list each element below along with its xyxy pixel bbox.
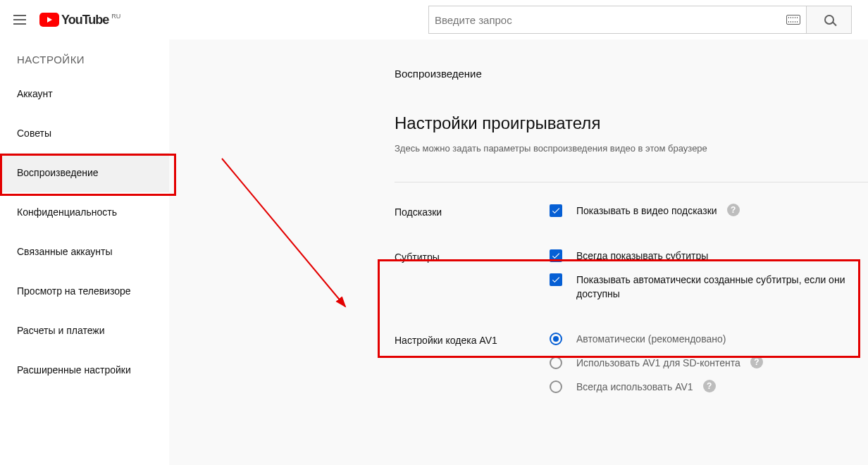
av1-always-text: Всегда использовать AV1	[576, 380, 693, 394]
subtitles-label: Субтитры	[395, 249, 550, 311]
subtitles-auto-checkbox[interactable]	[550, 273, 562, 286]
search-box	[428, 6, 806, 34]
hints-label: Подсказки	[395, 204, 550, 228]
help-icon[interactable]: ?	[727, 204, 740, 216]
divider	[395, 182, 868, 182]
subtitles-auto-text: Показывать автоматически созданные субти…	[576, 273, 851, 301]
sidebar-item-label: Аккаунт	[17, 88, 53, 99]
sidebar-item-playback[interactable]: Воспроизведение	[0, 153, 169, 192]
sidebar-item-label: Расчеты и платежи	[17, 325, 105, 336]
search-icon	[824, 15, 834, 25]
av1-auto-text: Автоматически (рекомендовано)	[576, 332, 726, 346]
menu-icon[interactable]	[11, 11, 28, 28]
av1-always-radio[interactable]	[550, 380, 562, 393]
help-icon[interactable]: ?	[750, 356, 763, 368]
page-subtitle: Здесь можно задать параметры воспроизвед…	[395, 143, 868, 154]
keyboard-icon[interactable]	[786, 15, 800, 25]
check-icon	[551, 275, 561, 285]
sidebar-item-label: Воспроизведение	[17, 167, 99, 178]
av1-label: Настройки кодека AV1	[395, 332, 550, 404]
hints-text: Показывать в видео подсказки	[576, 204, 717, 218]
sidebar-item-advanced[interactable]: Расширенные настройки	[0, 350, 169, 390]
logo-region: RU	[111, 13, 120, 20]
youtube-logo[interactable]: YouTube RU	[39, 13, 120, 27]
sidebar-item-label: Расширенные настройки	[17, 364, 131, 376]
search-button[interactable]	[806, 6, 852, 34]
page-title: Настройки проигрывателя	[395, 113, 868, 133]
sidebar-item-label: Конфиденциальность	[17, 206, 117, 218]
sidebar-item-label: Просмотр на телевизоре	[17, 285, 131, 297]
breadcrumb: Воспроизведение	[395, 68, 868, 80]
av1-sd-radio[interactable]	[550, 356, 562, 369]
sidebar-item-account[interactable]: Аккаунт	[0, 74, 169, 113]
sidebar-item-connected[interactable]: Связанные аккаунты	[0, 232, 169, 271]
sidebar-item-privacy[interactable]: Конфиденциальность	[0, 192, 169, 232]
sidebar-item-label: Советы	[17, 128, 51, 139]
check-icon	[551, 251, 561, 261]
av1-sd-text: Использовать AV1 для SD-контента	[576, 356, 740, 370]
subtitles-always-checkbox[interactable]	[550, 249, 562, 262]
search-input[interactable]	[435, 14, 786, 26]
sidebar-title: НАСТРОЙКИ	[0, 45, 169, 74]
logo-text: YouTube	[61, 13, 108, 27]
av1-auto-radio[interactable]	[550, 333, 562, 345]
sidebar-item-label: Связанные аккаунты	[17, 246, 113, 257]
check-icon	[551, 206, 561, 216]
sidebar-item-tv[interactable]: Просмотр на телевизоре	[0, 271, 169, 311]
subtitles-always-text: Всегда показывать субтитры	[576, 249, 708, 263]
play-icon	[39, 13, 59, 27]
sidebar-item-billing[interactable]: Расчеты и платежи	[0, 311, 169, 350]
help-icon[interactable]: ?	[703, 380, 716, 392]
sidebar-item-tips[interactable]: Советы	[0, 113, 169, 153]
hints-checkbox[interactable]	[550, 204, 562, 217]
